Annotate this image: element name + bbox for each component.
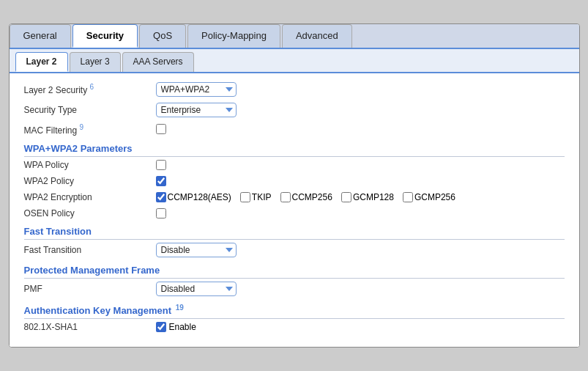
enc-gcmp256: GCMP256 <box>403 192 455 202</box>
pmf-heading: Protected Management Frame <box>24 265 565 279</box>
enc-tkip-checkbox[interactable] <box>240 192 250 202</box>
dot1x-enable-label: Enable <box>169 322 196 332</box>
sub-tabs: Layer 2 Layer 3 AAA Servers <box>10 49 579 73</box>
sub-tab-layer2[interactable]: Layer 2 <box>15 52 68 72</box>
security-type-select[interactable]: Enterprise Personal <box>156 103 237 117</box>
wpa2-policy-control <box>156 176 565 186</box>
mac-filtering-row: MAC Filtering 9 <box>24 123 565 136</box>
wpa2-encryption-row: WPA2 Encryption CCMP128(AES) TKIP <box>24 192 565 202</box>
enc-gcmp128-label: GCMP128 <box>353 192 394 202</box>
pmf-select[interactable]: Disabled Optional Required <box>156 282 237 296</box>
fast-transition-heading: Fast Transition <box>24 226 565 240</box>
enc-tkip: TKIP <box>240 192 272 202</box>
fast-transition-label: Fast Transition <box>24 245 156 255</box>
tab-general[interactable]: General <box>10 24 71 48</box>
wpa-policy-control <box>156 160 565 170</box>
wpa2-policy-checkbox[interactable] <box>156 176 166 186</box>
inner-content: Layer 2 Layer 3 AAA Servers Layer 2 Secu… <box>10 49 579 347</box>
mac-filtering-label: MAC Filtering 9 <box>24 123 156 136</box>
layer2-security-label: Layer 2 Security 6 <box>24 83 156 95</box>
osen-policy-label: OSEN Policy <box>24 208 156 218</box>
enc-gcmp256-label: GCMP256 <box>414 192 455 202</box>
wpa-policy-row: WPA Policy <box>24 160 565 170</box>
fast-transition-row: Fast Transition Disable Enable Adaptive <box>24 243 565 257</box>
wpa-policy-checkbox[interactable] <box>156 160 166 170</box>
dot1x-sha1-row: 802.1X-SHA1 Enable <box>24 322 565 332</box>
enc-gcmp128-checkbox[interactable] <box>341 192 351 202</box>
enc-gcmp128: GCMP128 <box>341 192 394 202</box>
pmf-row: PMF Disabled Optional Required <box>24 282 565 296</box>
tab-advanced[interactable]: Advanced <box>282 24 352 48</box>
main-container: General Security QoS Policy-Mapping Adva… <box>9 23 580 348</box>
layer2-security-link[interactable]: 6 <box>90 83 94 91</box>
wpa2-encryption-control: CCMP128(AES) TKIP CCMP256 GCMP128 <box>156 192 565 202</box>
enc-ccmp256-checkbox[interactable] <box>280 192 291 202</box>
pmf-control: Disabled Optional Required <box>156 282 565 296</box>
wpa2-encryption-label: WPA2 Encryption <box>24 192 156 202</box>
enc-gcmp256-checkbox[interactable] <box>403 192 413 202</box>
wpa2-policy-label: WPA2 Policy <box>24 176 156 186</box>
enc-ccmp128-checkbox[interactable] <box>156 192 166 202</box>
fast-transition-select[interactable]: Disable Enable Adaptive <box>156 243 237 257</box>
osen-policy-control <box>156 208 565 218</box>
security-type-label: Security Type <box>24 105 156 115</box>
osen-policy-checkbox[interactable] <box>156 208 166 218</box>
layer2-security-select[interactable]: WPA+WPA2 None WPA WPA2 802.1X Static WEP <box>156 82 237 97</box>
wpa-params-heading: WPA+WPA2 Parameters <box>24 143 565 157</box>
mac-filtering-link[interactable]: 9 <box>80 123 84 131</box>
enc-ccmp256: CCMP256 <box>280 192 332 202</box>
mac-filtering-checkbox[interactable] <box>156 124 166 134</box>
wpa-policy-label: WPA Policy <box>24 160 156 170</box>
sub-tab-aaa-servers[interactable]: AAA Servers <box>122 52 194 72</box>
enc-tkip-label: TKIP <box>252 192 272 202</box>
tab-security[interactable]: Security <box>72 24 138 48</box>
enc-ccmp256-label: CCMP256 <box>292 192 332 202</box>
security-type-control: Enterprise Personal <box>156 103 565 117</box>
dot1x-sha1-label: 802.1X-SHA1 <box>24 322 156 332</box>
sub-tab-layer3[interactable]: Layer 3 <box>70 52 121 72</box>
tab-policy-mapping[interactable]: Policy-Mapping <box>187 24 280 48</box>
fast-transition-control: Disable Enable Adaptive <box>156 243 565 257</box>
auth-key-mgmt-heading: Authentication Key Management 19 <box>24 304 565 319</box>
dot1x-sha1-control: Enable <box>156 322 565 332</box>
pmf-label: PMF <box>24 284 156 294</box>
wpa2-policy-row: WPA2 Policy <box>24 176 565 186</box>
dot1x-sha1-checkbox[interactable] <box>156 322 166 332</box>
layer2-security-control: WPA+WPA2 None WPA WPA2 802.1X Static WEP <box>156 82 565 97</box>
auth-key-mgmt-link[interactable]: 19 <box>176 304 184 312</box>
tab-qos[interactable]: QoS <box>139 24 186 48</box>
enc-ccmp128: CCMP128(AES) <box>156 192 231 202</box>
enc-ccmp128-label: CCMP128(AES) <box>168 192 231 202</box>
top-tabs: General Security QoS Policy-Mapping Adva… <box>10 24 579 49</box>
osen-policy-row: OSEN Policy <box>24 208 565 218</box>
encryption-options: CCMP128(AES) TKIP CCMP256 GCMP128 <box>156 192 455 202</box>
security-type-row: Security Type Enterprise Personal <box>24 103 565 117</box>
form-area: Layer 2 Security 6 WPA+WPA2 None WPA WPA… <box>10 73 579 347</box>
layer2-security-row: Layer 2 Security 6 WPA+WPA2 None WPA WPA… <box>24 82 565 97</box>
mac-filtering-control <box>156 124 565 134</box>
